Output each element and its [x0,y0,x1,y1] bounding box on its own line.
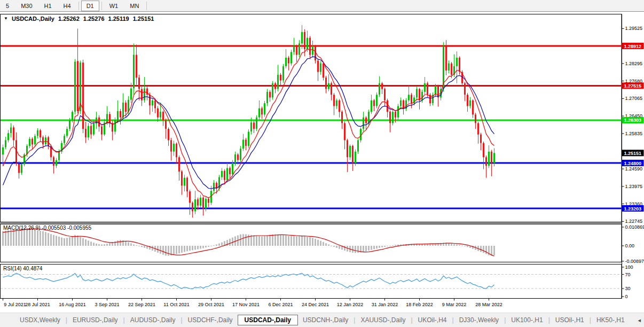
chart-canvas[interactable]: 1.295251.282951.276801.270651.264501.258… [0,12,644,313]
price-level-badge: 1.27515 [622,82,644,89]
svg-text:9 Jul 2021: 9 Jul 2021 [4,302,26,307]
ma-fast-line [3,49,494,198]
quote-low: 1.25119 [108,15,129,22]
quote-high: 1.25276 [83,15,105,22]
tab-hk50-h1[interactable]: HK50-,H1 [592,315,630,325]
rsi-panel: 10070300 [1,264,633,299]
quote-open: 1.25262 [58,15,80,22]
price-level-badge: 1.24800 [622,160,644,166]
symbol-tabbar: USDX,Weekly|EURUSD-,Daily|AUDUSD-,Daily|… [0,313,644,327]
price-axis[interactable]: 1.295251.282951.276801.270651.264501.258… [622,26,644,224]
svg-text:1.27515: 1.27515 [624,83,642,89]
toolbar-separator [101,2,102,10]
rsi-indicator-label: RSI(14) 40.4874 [3,266,42,271]
svg-text:1.22745: 1.22745 [625,219,643,224]
price-level-badge: 1.26303 [622,117,644,123]
svg-text:11 Oct 2021: 11 Oct 2021 [163,302,189,307]
svg-text:1.23975: 1.23975 [625,184,643,189]
svg-text:6 Dec 2021: 6 Dec 2021 [268,302,293,307]
date-axis[interactable]: 9 Jul 202128 Jul 202116 Aug 20213 Sep 20… [3,299,502,308]
toolbar-separator [78,2,79,10]
svg-text:100: 100 [625,264,633,270]
timeframe-toolbar: 5M30H1H4D1W1MN [0,0,644,12]
tab-ukoil-h4[interactable]: UKOil-,H4 [413,315,452,325]
svg-text:1.25835: 1.25835 [625,131,643,136]
svg-text:17 Nov 2021: 17 Nov 2021 [232,302,260,307]
price-level-badge: 1.28912 [622,43,644,49]
panel-frames [0,14,622,299]
svg-text:24 Dec 2021: 24 Dec 2021 [302,302,329,307]
svg-text:22 Sep 2021: 22 Sep 2021 [128,302,155,307]
collapse-triangle-icon[interactable]: ▼ [4,16,8,21]
svg-text:31 Jan 2022: 31 Jan 2022 [372,302,398,307]
period-button-m30[interactable]: M30 [15,1,37,11]
tab-xauusd-daily[interactable]: XAUUSD-,Daily [356,315,410,325]
period-button-d1[interactable]: D1 [81,1,99,11]
svg-text:12 Jan 2022: 12 Jan 2022 [337,302,364,307]
svg-text:1.24800: 1.24800 [624,161,642,166]
tab-usoil-h1[interactable]: USOil-,H1 [551,315,589,325]
svg-text:18 Feb 2022: 18 Feb 2022 [406,302,433,307]
svg-text:1.25151: 1.25151 [624,151,642,156]
period-button-5[interactable]: 5 [1,1,14,11]
tab-audusd-daily[interactable]: AUDUSD-,Daily [125,315,180,325]
period-button-h1[interactable]: H1 [39,1,57,11]
price-level-badge: 1.23203 [622,205,644,212]
macd-indicator-label: MACD(12,26,9) -0.005503 -0.005955 [3,225,91,231]
svg-text:0: 0 [625,294,628,299]
rsi-line [3,274,494,289]
tab-usdchf-daily[interactable]: USDCHF-,Daily [183,315,238,325]
svg-text:16 Aug 2021: 16 Aug 2021 [59,302,86,307]
quote-close: 1.25151 [133,15,154,22]
period-button-w1[interactable]: W1 [104,1,124,11]
svg-text:1.28912: 1.28912 [624,44,642,49]
svg-text:1.27065: 1.27065 [625,96,643,101]
tab-usdx-weekly[interactable]: USDX,Weekly [15,315,65,325]
tab-usdcad-daily[interactable]: USDCAD-,Daily [238,315,298,325]
tabs-scroll-left-icon[interactable]: ◂ [638,317,641,324]
svg-text:0.010869: 0.010869 [625,224,644,230]
tab-scroll-arrows: ◂▸ [638,317,644,324]
svg-text:-0.00897: -0.00897 [625,259,644,264]
macd-panel: 0.0108690.00-0.00897 [2,224,644,264]
svg-text:28 Jul 2021: 28 Jul 2021 [25,302,50,307]
toolbar-separator [146,2,147,10]
candles-layer [2,25,495,217]
svg-text:29 Oct 2021: 29 Oct 2021 [198,302,224,307]
tab-eurusd-daily[interactable]: EURUSD-,Daily [68,315,123,325]
svg-text:1.29525: 1.29525 [625,26,643,31]
svg-text:0.00: 0.00 [625,243,635,248]
svg-text:9 Mar 2022: 9 Mar 2022 [442,302,467,307]
tab-dj30-weekly[interactable]: DJ30-,Weekly [454,315,504,325]
svg-text:3 Sep 2021: 3 Sep 2021 [95,302,119,307]
chart-title-symbol: USDCAD-,Daily [12,15,54,22]
tab-usdcnh-daily[interactable]: USDCNH-,Daily [298,315,353,325]
svg-text:30: 30 [625,286,631,291]
period-button-h4[interactable]: H4 [58,1,76,11]
svg-text:1.26303: 1.26303 [624,118,642,123]
svg-text:28 Mar 2022: 28 Mar 2022 [475,302,502,307]
current-price-badge: 1.25151 [622,150,644,156]
chart-title: ▼ USDCAD-,Daily 1.25262 1.25276 1.25119 … [4,15,154,22]
svg-text:1.23203: 1.23203 [624,206,642,212]
svg-text:1.28295: 1.28295 [625,61,643,66]
period-button-mn[interactable]: MN [124,1,144,11]
svg-text:1.24590: 1.24590 [625,166,643,172]
ma-slow-line [3,57,494,189]
tab-uk100-h1[interactable]: UK100-,H1 [506,315,547,325]
svg-text:70: 70 [625,272,631,277]
